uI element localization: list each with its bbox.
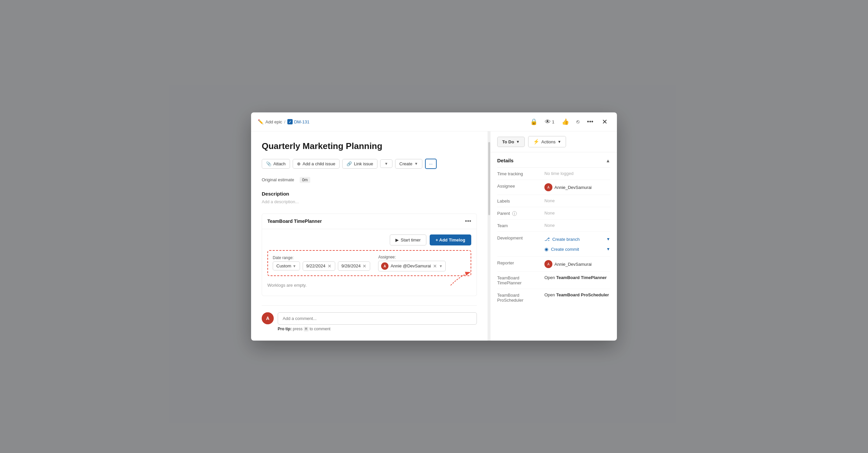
estimate-value: 0m (300, 177, 311, 183)
divider (262, 305, 477, 306)
description-title: Description (262, 191, 477, 197)
edit-icon: ✏️ (258, 119, 264, 124)
assignee-clear-button[interactable]: ✕ (433, 264, 437, 269)
date-range-group: Date range: Custom ▼ 9/22/2024 (273, 255, 370, 271)
create-button[interactable]: Create ▼ (395, 159, 422, 169)
watch-count: 1 (552, 119, 554, 124)
date-range-label: Date range: (273, 255, 370, 260)
assignee-chip[interactable]: A Annie @DevSamurai ✕ ▼ (378, 261, 445, 271)
date-range-select[interactable]: Custom ▼ (273, 262, 300, 270)
actions-label: Actions (541, 139, 556, 144)
team-row: Team None (497, 219, 610, 232)
lock-icon: 🔒 (530, 118, 537, 125)
reporter-key: Reporter (497, 260, 540, 265)
dropdown-button[interactable]: ▼ (380, 159, 393, 168)
ellipsis-icon: ••• (587, 118, 593, 125)
date-range-controls: Custom ▼ 9/22/2024 ✕ 9/28/20 (273, 262, 370, 271)
labels-value[interactable]: None (545, 198, 610, 203)
eye-icon: 👁 (545, 118, 551, 125)
pro-tip: Pro tip: press M to comment (278, 327, 477, 331)
details-section: Details ▲ Time tracking No time logged A… (491, 152, 617, 313)
more-actions-button[interactable]: ··· (425, 159, 437, 169)
start-date-clear-button[interactable]: ✕ (328, 264, 332, 269)
timer-bar: ▶ Start timer + Add Timelog (268, 235, 471, 245)
topbar-actions: 🔒 👁 1 👍 ⎋ ••• ✕ (529, 116, 610, 127)
description-section: Description Add a description... (262, 191, 477, 204)
worklogs-empty-message: Worklogs are empty. (268, 280, 471, 290)
modal-overlay: ✏️ Add epic / ✓ DM-131 🔒 👁 1 👍 (0, 0, 868, 453)
details-header: Details ▲ (497, 152, 610, 168)
reporter-value: A Annie_DevSamurai (545, 260, 610, 268)
right-panel: To Do ▼ ⚡ Actions ▼ Details ▲ (491, 131, 617, 340)
parent-info-icon: i (512, 211, 517, 216)
svg-text:A: A (384, 264, 386, 268)
teamboard-timeplanner-value[interactable]: Open TeamBoard TimePlanner (545, 275, 610, 280)
actions-button[interactable]: ⚡ Actions ▼ (528, 136, 566, 147)
teamboard-section: TeamBoard TimePlanner ••• ▶ Start timer (262, 214, 477, 296)
commit-icon: ◉ (545, 246, 549, 252)
scrollbar-track (488, 131, 491, 340)
start-timer-button[interactable]: ▶ Start timer (390, 235, 426, 245)
scrollbar-thumb[interactable] (488, 142, 490, 215)
svg-text:A: A (548, 263, 550, 266)
status-label: To Do (502, 139, 514, 144)
status-chevron-down-icon: ▼ (516, 140, 520, 144)
close-button[interactable]: ✕ (599, 116, 610, 127)
reporter-avatar: A (545, 260, 552, 268)
add-child-issue-button[interactable]: ⊕ Add a child issue (293, 159, 340, 169)
parent-value[interactable]: None (545, 211, 610, 215)
create-branch-button[interactable]: ⎇ Create branch ▼ (545, 235, 610, 243)
left-panel: Quarterly Marketing Planning 📎 Attach ⊕ … (251, 131, 488, 340)
time-tracking-key: Time tracking (497, 171, 540, 176)
team-value[interactable]: None (545, 223, 610, 228)
like-button[interactable]: 👍 (560, 117, 570, 127)
assignee-key: Assignee (497, 183, 540, 189)
link-icon: 🔗 (346, 161, 352, 166)
custom-chevron-down-icon: ▼ (293, 264, 296, 268)
assignee-group: Assignee: A Annie @DevSamurai ✕ ▼ (378, 255, 445, 271)
share-icon: ⎋ (576, 119, 580, 125)
modal-topbar: ✏️ Add epic / ✓ DM-131 🔒 👁 1 👍 (251, 113, 617, 131)
parent-key: Parent i (497, 211, 540, 216)
assignee-value[interactable]: A Annie_DevSamurai (545, 183, 610, 191)
issue-tag-icon: ✓ (287, 119, 293, 124)
share-button[interactable]: ⎋ (575, 117, 581, 126)
left-panel-wrap: Quarterly Marketing Planning 📎 Attach ⊕ … (251, 131, 491, 340)
teamboard-proscheduler-row: TeamBoard ProScheduler Open TeamBoard Pr… (497, 289, 610, 306)
teamboard-menu-button[interactable]: ••• (465, 218, 471, 225)
teamboard-header: TeamBoard TimePlanner ••• (262, 214, 476, 229)
more-options-button[interactable]: ••• (586, 117, 595, 127)
teamboard-section-title: TeamBoard TimePlanner (268, 218, 322, 224)
issue-id: DM-131 (294, 119, 309, 124)
original-estimate-row: Original estimate 0m (262, 177, 477, 183)
issue-title: Quarterly Marketing Planning (262, 141, 477, 152)
add-timelog-button[interactable]: + Add Timelog (430, 235, 471, 245)
svg-text:A: A (548, 186, 550, 189)
breadcrumb: ✏️ Add epic / ✓ DM-131 (258, 119, 309, 124)
end-date-chip: 9/28/2024 ✕ (338, 262, 370, 271)
description-placeholder[interactable]: Add a description... (262, 199, 477, 204)
status-bar: To Do ▼ ⚡ Actions ▼ (491, 131, 617, 152)
teamboard-proscheduler-value[interactable]: Open TeamBoard ProScheduler (545, 292, 610, 297)
child-issue-icon: ⊕ (297, 161, 301, 166)
add-epic-link[interactable]: Add epic (266, 119, 282, 124)
paperclip-icon: 📎 (266, 161, 271, 166)
watch-button[interactable]: 👁 1 (544, 117, 556, 127)
original-estimate-label: Original estimate (262, 177, 294, 182)
end-date-clear-button[interactable]: ✕ (363, 264, 367, 269)
teamboard-timeplanner-row: TeamBoard TimePlanner Open TeamBoard Tim… (497, 272, 610, 289)
actions-chevron-down-icon: ▼ (557, 140, 561, 144)
breadcrumb-issue[interactable]: ✓ DM-131 (287, 119, 309, 124)
status-button[interactable]: To Do ▼ (497, 137, 525, 147)
branch-chevron-down-icon: ▼ (606, 237, 610, 241)
reporter-row: Reporter A Annie_DevSamurai (497, 257, 610, 272)
link-issue-button[interactable]: 🔗 Link issue (342, 159, 377, 169)
lock-button[interactable]: 🔒 (529, 117, 539, 127)
create-commit-button[interactable]: ◉ Create commit ▼ (545, 245, 610, 253)
assignee-detail-avatar: A (545, 183, 552, 191)
time-tracking-value: No time logged (545, 171, 610, 176)
development-key: Development (497, 235, 540, 240)
collapse-details-button[interactable]: ▲ (606, 158, 610, 163)
comment-input[interactable] (278, 312, 477, 325)
attach-button[interactable]: 📎 Attach (262, 159, 290, 169)
